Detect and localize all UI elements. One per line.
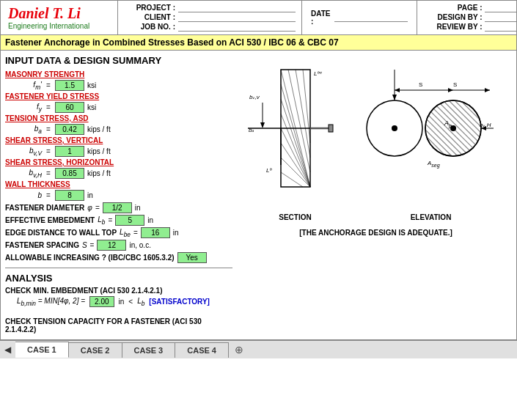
phi-unit: in <box>135 204 141 212</box>
project-label: PROJECT : <box>124 4 175 12</box>
svg-text:bᵥ,v: bᵥ,v <box>249 94 260 100</box>
lbe-unit: in <box>173 229 179 237</box>
eff-embed-label: EFFECTIVE EMBEDMENT <box>5 216 95 224</box>
svg-rect-14 <box>329 125 333 132</box>
bvv-input[interactable]: 1 <box>55 146 84 157</box>
page-value <box>485 4 517 12</box>
bvv-var: bv,V <box>5 147 42 157</box>
svg-line-32 <box>425 112 469 156</box>
edge-dist-label: EDGE DISTANCE TO WALL TOP <box>5 229 117 237</box>
fastener-spacing-row: FASTENER SPACING S = 12 in, o.c. <box>5 240 232 251</box>
lbmin-lb: Lb <box>137 297 144 307</box>
lbmin-value: 2.00 <box>89 296 114 307</box>
logo-name: Daniel T. Li <box>8 5 110 22</box>
lb-unit: in <box>147 216 153 224</box>
reviewby-label: REVIEW BY : <box>423 23 482 32</box>
wall-thick-label: WALL THICKNESS <box>5 180 232 188</box>
svg-marker-45 <box>395 88 400 92</box>
elevation-svg: Ap S S bᵥ,H Aseg <box>358 62 505 209</box>
shear-h-label: SHEAR STRESS, HORIZONTAL <box>5 158 232 166</box>
right-panel: bᵥ,v Lᵇᵉ bₐ Lᵇ SECTION <box>232 55 512 335</box>
tab-add-button[interactable]: ⊕ <box>229 341 249 358</box>
logo-area: Daniel T. Li Engineering International <box>1 1 118 34</box>
section-caption: SECTION <box>248 213 343 221</box>
lbmin-result: [SATISFACTORY] <box>149 298 210 306</box>
tabs-bar: ◀ CASE 1 CASE 2 CASE 3 CASE 4 ⊕ <box>0 340 517 358</box>
allowable-value[interactable]: Yes <box>177 252 207 263</box>
eff-embed-row: EFFECTIVE EMBEDMENT Lb = 5 in <box>5 215 232 226</box>
b-row: b = 8 in <box>5 190 232 201</box>
svg-line-8 <box>281 128 310 187</box>
check1-row: Lb,min = MIN[4φ, 2] = 2.00 in < Lb [SATI… <box>17 296 232 307</box>
ba-input[interactable]: 0.42 <box>55 124 84 135</box>
main-content: INPUT DATA & DESIGN SUMMARY MASONRY STRE… <box>0 51 517 340</box>
svg-line-36 <box>425 136 446 156</box>
designby-value <box>485 13 517 22</box>
fm-input[interactable]: 1.5 <box>55 80 84 91</box>
lb-input[interactable]: 5 <box>115 215 144 226</box>
bvh-input[interactable]: 0.85 <box>55 168 84 179</box>
tab-case3[interactable]: CASE 3 <box>122 342 176 358</box>
svg-line-6 <box>281 99 310 187</box>
s-input[interactable]: 12 <box>97 240 126 251</box>
svg-line-9 <box>281 143 310 187</box>
masonry-strength-label: MASONRY STRENGTH <box>5 70 232 78</box>
s-var: S <box>82 241 87 249</box>
b-input[interactable]: 8 <box>55 190 84 201</box>
logo-sub: Engineering International <box>8 22 110 30</box>
fastener-yield-label: FASTENER YIELD STRESS <box>5 92 232 100</box>
ba-unit: kips / ft <box>87 125 117 133</box>
svg-marker-50 <box>485 88 490 92</box>
svg-text:Ap: Ap <box>444 119 452 129</box>
lbmin-expr: Lb,min = MIN[4φ, 2] = <box>17 297 85 307</box>
svg-text:Aseg: Aseg <box>427 160 440 169</box>
svg-text:S: S <box>453 81 457 88</box>
s-unit: in, o.c. <box>129 241 150 249</box>
jobno-label: JOB NO. : <box>124 23 175 32</box>
fy-input[interactable]: 60 <box>55 102 84 113</box>
svg-marker-46 <box>448 88 453 92</box>
bvh-var: bv,H <box>5 169 42 179</box>
date-value <box>334 13 408 22</box>
input-section-title: INPUT DATA & DESIGN SUMMARY <box>5 55 232 66</box>
client-label: CLIENT : <box>124 13 175 22</box>
elevation-caption: ELEVATION <box>358 213 505 221</box>
b-var: b <box>5 191 42 199</box>
tab-case2[interactable]: CASE 2 <box>69 342 122 358</box>
analysis-section: ANALYSIS CHECK MIN. EMBEDMENT (ACI 530 2… <box>5 268 232 334</box>
svg-text:bᵥ,H: bᵥ,H <box>480 122 491 128</box>
ba-var: ba <box>5 125 42 135</box>
lbmin-unit: in <box>119 298 125 306</box>
jobno-value <box>178 23 296 32</box>
svg-line-38 <box>461 100 481 121</box>
fy-var: fy <box>5 103 42 113</box>
fastener-diam-label: FASTENER DIAMETER <box>5 204 84 212</box>
svg-marker-21 <box>260 122 265 128</box>
fm-row: fm' = 1.5 ksi <box>5 80 232 91</box>
tab-case4[interactable]: CASE 4 <box>175 342 229 358</box>
check2-label: CHECK TENSION CAPACITY FOR A FASTENER (A… <box>5 317 232 334</box>
phi-var: φ <box>87 204 92 212</box>
allowable-label: ALLOWABLE INCREASING ? (IBC/CBC 1605.3.2… <box>5 254 175 262</box>
tab-case1[interactable]: CASE 1 <box>15 342 69 358</box>
nav-prev-arrow[interactable]: ◀ <box>0 342 15 358</box>
bvh-row: bv,H = 0.85 kips / ft <box>5 168 232 179</box>
section-svg: bᵥ,v Lᵇᵉ bₐ Lᵇ <box>248 62 343 209</box>
page-label: PAGE : <box>423 4 482 12</box>
svg-line-28 <box>437 100 481 144</box>
svg-line-39 <box>466 100 481 115</box>
client-value <box>178 13 296 22</box>
fm-unit: ksi <box>87 81 117 89</box>
reviewby-value <box>485 23 517 32</box>
bvh-unit: kips / ft <box>87 169 117 177</box>
ba-row: ba = 0.42 kips / ft <box>5 124 232 135</box>
fastener-diam-row: FASTENER DIAMETER φ = 1/2 in <box>5 202 232 213</box>
header: Daniel T. Li Engineering International P… <box>0 0 517 35</box>
phi-input[interactable]: 1/2 <box>103 202 132 213</box>
edge-dist-row: EDGE DISTANCE TO WALL TOP Lbe = 16 in <box>5 227 232 238</box>
left-panel: INPUT DATA & DESIGN SUMMARY MASONRY STRE… <box>5 55 232 335</box>
fm-var: fm' <box>5 81 42 91</box>
svg-text:Lᵇ: Lᵇ <box>266 167 273 174</box>
diagram-area: bᵥ,v Lᵇᵉ bₐ Lᵇ SECTION <box>248 62 505 221</box>
lbe-input[interactable]: 16 <box>141 227 170 238</box>
